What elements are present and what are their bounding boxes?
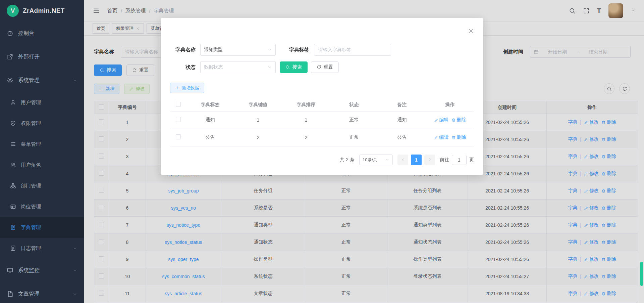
edit-action-link[interactable]: 编辑 xyxy=(434,134,449,140)
col-dict-sort: 字典排序 xyxy=(282,98,330,111)
col-status: 状态 xyxy=(330,98,378,111)
pagination: 共 2 条 10条/页 1 前往 页 xyxy=(170,155,474,165)
next-page-button[interactable] xyxy=(424,155,435,165)
add-data-button[interactable]: 新增数据 xyxy=(170,83,204,93)
dialog-filter-row-2: 状态 数据状态 搜索 重置 xyxy=(170,61,474,73)
row-checkbox[interactable] xyxy=(176,117,181,122)
dict-name-label: 字典名称 xyxy=(170,47,196,53)
trash-icon xyxy=(451,135,456,140)
dialog-filter-row-1: 字典名称 通知类型 字典标签 xyxy=(170,44,474,56)
col-dict-label: 字典标签 xyxy=(186,98,234,111)
dialog-toolbar: 新增数据 xyxy=(170,83,474,93)
page-unit-label: 页 xyxy=(469,157,474,163)
pencil-icon xyxy=(434,118,438,122)
row-checkbox[interactable] xyxy=(176,134,181,139)
delete-action-link[interactable]: 删除 xyxy=(451,117,466,123)
dict-name-select[interactable]: 通知类型 xyxy=(200,44,276,56)
search-icon xyxy=(285,65,290,70)
prev-page-button[interactable] xyxy=(397,155,408,165)
col-remark: 备注 xyxy=(378,98,426,111)
delete-action-link[interactable]: 删除 xyxy=(451,134,466,140)
dict-tag-input[interactable] xyxy=(314,44,391,56)
chevron-down-icon xyxy=(267,65,272,70)
scrollbar-thumb[interactable] xyxy=(640,262,643,286)
plus-icon xyxy=(175,86,179,90)
table-header-row: 字典标签 字典键值 字典排序 状态 备注 操作 xyxy=(170,98,474,111)
pencil-icon xyxy=(434,135,438,140)
pager: 1 xyxy=(397,155,435,165)
chevron-down-icon xyxy=(385,158,389,162)
col-dict-value: 字典键值 xyxy=(234,98,282,111)
dict-tag-label: 字典标签 xyxy=(280,47,309,53)
edit-action-link[interactable]: 编辑 xyxy=(434,117,449,123)
dict-data-table: 字典标签 字典键值 字典排序 状态 备注 操作 通知 1 1 正常 通知 编辑 … xyxy=(170,98,474,146)
status-label: 状态 xyxy=(170,64,196,71)
dict-data-dialog: 字典名称 通知类型 字典标签 状态 数据状态 搜索 重置 新增数据 xyxy=(161,18,483,175)
dialog-reset-button[interactable]: 重置 xyxy=(311,61,339,73)
refresh-icon xyxy=(317,65,321,70)
table-row: 通知 1 1 正常 通知 编辑 删除 xyxy=(170,111,474,129)
select-all-checkbox[interactable] xyxy=(176,102,181,107)
table-row: 公告 2 2 正常 公告 编辑 删除 xyxy=(170,129,474,146)
chevron-down-icon xyxy=(267,47,272,52)
page-size-select[interactable]: 10条/页 xyxy=(359,155,393,165)
pagination-total: 共 2 条 xyxy=(340,157,355,163)
goto-page-input[interactable] xyxy=(452,155,467,165)
page-number-button[interactable]: 1 xyxy=(411,155,422,165)
status-select[interactable]: 数据状态 xyxy=(200,61,276,73)
goto-label: 前往 xyxy=(440,157,449,163)
trash-icon xyxy=(451,118,456,122)
col-actions: 操作 xyxy=(426,98,474,111)
goto-page: 前往 页 xyxy=(440,155,474,165)
dialog-search-button[interactable]: 搜索 xyxy=(280,61,308,73)
close-dialog-icon[interactable] xyxy=(468,28,474,34)
